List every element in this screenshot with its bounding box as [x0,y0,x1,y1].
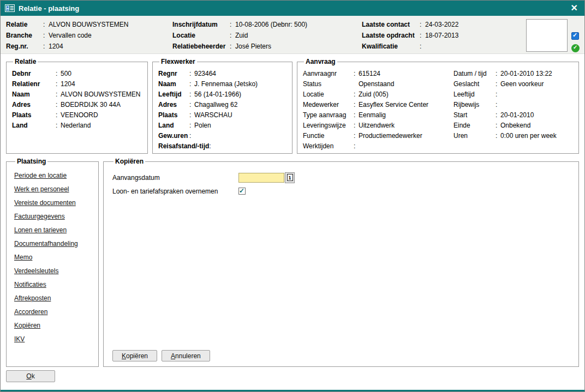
field-separator: : [496,69,500,79]
field-separator: : [496,79,500,89]
kopieren-button[interactable]: Kopiëren [112,350,157,361]
field-separator: : [56,79,61,89]
field-label: Leveringswijze [303,120,354,131]
field-label: Kwalificatie [362,41,420,52]
menu-item-aftrekposten[interactable]: Aftrekposten [14,294,51,302]
field-row: Leeftijd: [453,89,576,100]
field-separator: : [189,69,194,79]
menu-item-factuurgegevens[interactable]: Factuurgegevens [14,213,65,220]
menu-item-periode-en-locatie[interactable]: Periode en locatie [14,172,67,179]
field-label: Laatste opdracht [362,30,420,41]
field-row: Type aanvraag:Eenmalig [303,110,453,120]
field-value: 923464 [194,69,216,79]
field-label: Relatienr [12,79,56,89]
field-row: Naam:J. Fennemaa (Jetsko) [158,79,290,89]
aanvangsdatum-label: Aanvangsdatum [112,174,238,182]
field-separator: : [354,89,359,100]
plaatsing-menu-panel: Plaatsing Periode en locatie Werk en per… [6,158,99,367]
header-checkbox[interactable] [571,32,579,40]
aanvangsdatum-row: Aanvangsdatum 1 [112,171,576,184]
field-separator: : [420,30,425,41]
header-field: Laatste opdracht:18-07-2013 [362,30,522,41]
field-row: Werktijden: [303,141,453,152]
menu-item-notificaties[interactable]: Notificaties [14,281,46,288]
menu-item-ikv[interactable]: IKV [14,335,25,343]
loon-overnemen-checkbox[interactable] [238,188,246,195]
plaatsing-menu: Periode en locatie Werk en personeel Ver… [14,172,96,343]
field-value: VEENOORD [61,110,98,120]
field-value: Eenmalig [359,110,386,120]
field-row: Gew.uren: [158,131,290,141]
field-separator: : [56,89,61,100]
header-field: Locatie:Zuid [172,30,362,41]
field-separator: : [496,120,500,131]
field-row: Adres:BOEDRDIJK 30 44A [12,100,145,110]
aanvraag-right-column: Datum / tijd:20-01-2010 13:22 Geslacht:G… [453,69,576,152]
menu-item-kopieren[interactable]: Kopiëren [14,322,40,329]
field-row: Land:Polen [158,120,290,131]
field-separator [354,79,359,89]
field-label: Naam [12,89,56,100]
calendar-button[interactable]: 1 [285,172,295,183]
loon-overnemen-label: Loon- en tariefafspraken overnemen [112,188,238,195]
field-value: 56 (14-01-1966) [194,89,241,100]
loon-overnemen-row: Loon- en tariefafspraken overnemen [112,184,576,198]
field-separator: : [496,89,500,100]
annuleren-button[interactable]: Annuleren [162,350,210,361]
header-field: Relatiebeheerder:José Pieters [172,41,362,52]
field-separator: : [43,19,49,30]
ok-button[interactable]: Ok [6,370,55,382]
field-row: Plaats:WARSCHAU [158,110,290,120]
field-value: 10-08-2006 (Debnr: 500) [235,19,307,30]
field-label: Werktijden [303,141,354,152]
field-row: Naam:ALVON BOUWSYSTEMEN [12,89,145,100]
field-row: Start:20-01-2010 [453,110,576,120]
field-row: Leveringswijze:Uitzendwerk [303,120,453,131]
field-label: Regnr [158,69,189,79]
header-column-relatie: Relatie:ALVON BOUWSYSTEMEN Branche:Verva… [6,19,172,53]
field-row: Functie:Productiemedewerker [303,131,453,141]
flexwerker-panel: Flexwerker Regnr:923464 Naam:J. Fennemaa… [152,58,292,154]
field-value: 1204 [49,41,63,52]
field-row: Geslacht:Geen voorkeur [453,79,576,89]
field-value: Openstaand [359,79,394,89]
field-separator: : [496,131,500,141]
field-value: 1204 [61,79,75,89]
field-separator: : [496,110,500,120]
relatie-panel-legend: Relatie [13,58,38,65]
field-label: Adres [12,100,56,110]
field-row: Land:Nederland [12,120,145,131]
header-field: Kwalificatie: [362,41,522,52]
field-value: Uitzendwerk [359,120,395,131]
field-label: Plaats [12,110,56,120]
aanvangsdatum-input[interactable] [238,173,284,183]
field-label: Geslacht [453,79,496,89]
menu-item-documentafhandeling[interactable]: Documentafhandeling [14,240,78,248]
header-status-icons [571,19,580,53]
field-label: Leeftijd [158,89,189,100]
menu-item-verdeelsleutels[interactable]: Verdeelsleutels [14,267,58,275]
menu-item-werk-en-personeel[interactable]: Werk en personeel [14,185,69,193]
field-separator: : [56,100,61,110]
menu-item-lonen-en-tarieven[interactable]: Lonen en tarieven [14,226,67,234]
menu-item-memo[interactable]: Memo [14,254,32,261]
close-icon[interactable]: ✕ [570,4,579,13]
field-separator: : [189,131,194,141]
field-separator: : [354,131,359,141]
field-separator: : [56,110,61,120]
field-separator: : [230,41,235,52]
field-label: Locatie [172,30,230,41]
field-row: Leeftijd:56 (14-01-1966) [158,89,290,100]
field-value: Chagallweg 62 [194,100,237,110]
field-label: Reg.nr. [6,41,43,52]
menu-item-accorderen[interactable]: Accorderen [14,308,47,316]
field-label: Einde [453,120,496,131]
field-label: Locatie [303,89,354,100]
header-field: Relatie:ALVON BOUWSYSTEMEN [6,19,172,30]
header-column-historie: Laatste contact:24-03-2022 Laatste opdra… [362,19,522,53]
menu-item-vereiste-documenten[interactable]: Vereiste documenten [14,199,76,207]
field-value: J. Fennemaa (Jetsko) [194,79,258,89]
field-value: Polen [194,120,211,131]
field-row: Uren:0:00 uren per week [453,131,576,141]
header-right-area [522,19,580,53]
